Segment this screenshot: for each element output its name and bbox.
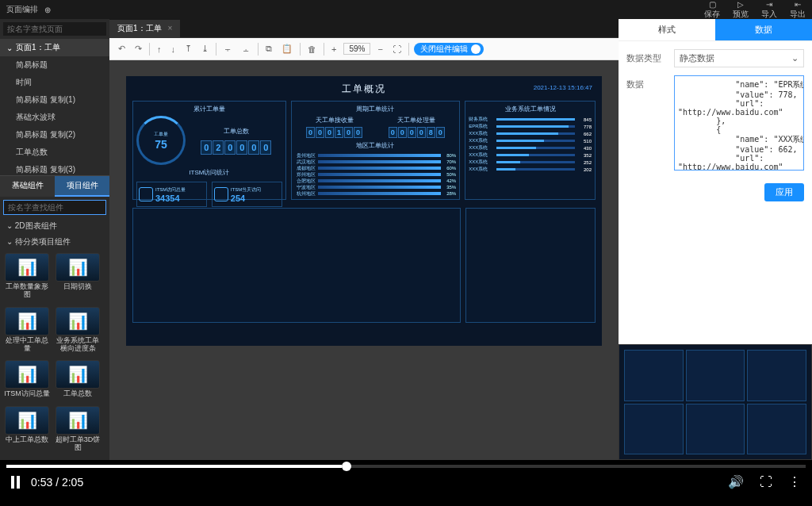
canvas-tab[interactable]: 页面1：工单 × <box>109 20 180 37</box>
more-icon[interactable]: ⋮ <box>788 474 801 489</box>
edit-toggle[interactable]: 关闭组件编辑 <box>414 43 484 56</box>
section-uncategorized[interactable]: ⌄ 待分类项目组件 <box>0 234 109 250</box>
panel-total[interactable]: 累计工单量 工单量 75 工单总数 020000 <box>132 101 286 200</box>
zoom-level[interactable]: 59% <box>343 43 370 55</box>
zoom-in-icon[interactable]: + <box>329 44 339 54</box>
panel-bottom-left[interactable] <box>132 208 461 323</box>
pause-button[interactable] <box>11 476 20 489</box>
gauge-total: 工单量 75 <box>136 116 186 165</box>
component-item[interactable]: 📊超时工单3D饼图 <box>54 406 102 457</box>
arrow-top-icon[interactable]: ⤒ <box>182 44 194 54</box>
component-item[interactable]: 📊ITSM访问总量 <box>3 360 51 403</box>
section-2d-charts[interactable]: ⌄ 2D图表组件 <box>0 218 109 234</box>
component-item[interactable]: 📊中上工单总数 <box>3 406 51 457</box>
panel-bottom-right[interactable] <box>465 208 596 323</box>
copy-icon[interactable]: ⧉ <box>263 44 274 54</box>
arrow-down-icon[interactable]: ↓ <box>169 44 178 54</box>
apply-button[interactable]: 应用 <box>764 183 804 201</box>
align-bottom-icon[interactable]: ⫠ <box>239 44 253 54</box>
panel-period[interactable]: 周期工单统计 天工单接收量000100 天工单处理量000080 地区工单统计 … <box>291 101 461 200</box>
chevron-down-icon: ⌄ <box>6 44 13 52</box>
arrow-bottom-icon[interactable]: ⤓ <box>199 44 211 54</box>
chevron-down-icon: ⌄ <box>791 53 799 63</box>
arrow-up-icon[interactable]: ↑ <box>155 44 164 54</box>
data-label: 数据 <box>626 75 668 90</box>
fullscreen-icon[interactable]: ⛶ <box>760 475 772 489</box>
page-title: 页面编排 <box>6 4 38 15</box>
import-button[interactable]: ⇥导入 <box>761 0 777 20</box>
paste-icon[interactable]: 📋 <box>279 44 295 54</box>
itsm-total-card: ITSM访问总量34354 <box>136 182 207 207</box>
tab-data[interactable]: 数据 <box>715 19 812 40</box>
dashboard-canvas[interactable]: 工单概况 2021-12-13 15:16:47 累计工单量 工单量 75 <box>126 76 602 346</box>
tree-item[interactable]: 工单总数 <box>0 144 109 161</box>
tab-project-components[interactable]: 项目组件 <box>55 176 109 197</box>
data-type-select[interactable]: 静态数据 ⌄ <box>674 49 804 67</box>
page-search-input[interactable] <box>3 22 106 36</box>
add-page-icon[interactable]: ⊕ <box>44 6 51 14</box>
tree-item[interactable]: 简易标题 <box>0 56 109 74</box>
close-icon[interactable]: × <box>168 24 173 33</box>
preview-button[interactable]: ▷预览 <box>733 0 749 20</box>
volume-icon[interactable]: 🔊 <box>728 474 744 489</box>
video-time: 0:53 / 2:05 <box>31 476 83 489</box>
itsm-today-card: ITSM当天访问254 <box>212 182 282 207</box>
component-search-input[interactable] <box>3 200 106 215</box>
tree-item[interactable]: 基础水波球 <box>0 109 109 126</box>
tree-item[interactable]: 简易标题 复制(1) <box>0 91 109 109</box>
page-tree-header[interactable]: ⌄ 页面1：工单 <box>0 39 109 56</box>
component-item[interactable]: 📊工单总数 <box>54 360 102 403</box>
component-item[interactable]: 📊业务系统工单横向进度条 <box>54 307 102 358</box>
component-item[interactable]: 📊处理中工单总量 <box>3 307 51 358</box>
undo-button[interactable]: ↶ <box>116 44 128 54</box>
data-type-label: 数据类型 <box>626 49 668 64</box>
fit-icon[interactable]: ⛶ <box>390 44 404 54</box>
component-item[interactable]: 📊日期切换 <box>54 253 102 304</box>
delete-icon[interactable]: 🗑 <box>305 44 319 54</box>
export-button[interactable]: ⇤导出 <box>790 0 806 20</box>
dashboard-time: 2021-12-13 15:16:47 <box>534 84 592 91</box>
data-textarea[interactable] <box>674 75 804 171</box>
redo-button[interactable]: ↷ <box>132 44 144 54</box>
align-top-icon[interactable]: ⫟ <box>221 44 235 54</box>
tab-style[interactable]: 样式 <box>619 19 715 40</box>
panel-systems[interactable]: 业务系统工单情况 财务系统845EPR系统778XXX系统662XXX系统510… <box>465 101 596 200</box>
tree-item[interactable]: 简易标题 复制(3) <box>0 161 109 175</box>
dashboard-title: 工单概况 <box>132 81 596 98</box>
tree-item[interactable]: 时间 <box>0 74 109 91</box>
tree-item[interactable]: 简易标题 复制(2) <box>0 126 109 144</box>
preview-thumbnail[interactable] <box>619 344 812 460</box>
save-button[interactable]: ▢保存 <box>704 0 720 20</box>
tab-basic-components[interactable]: 基础组件 <box>0 176 55 197</box>
component-item[interactable]: 📊工单数量象形图 <box>3 253 51 304</box>
zoom-out-icon[interactable]: − <box>375 44 385 54</box>
video-progress[interactable] <box>6 465 806 468</box>
